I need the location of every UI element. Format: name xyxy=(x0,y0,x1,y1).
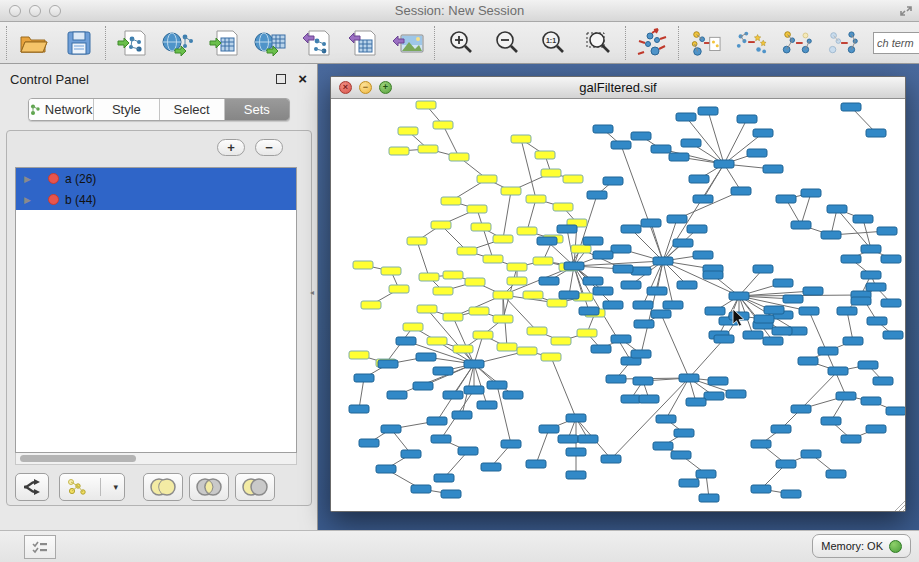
graph-node[interactable] xyxy=(563,175,583,183)
graph-node[interactable] xyxy=(457,247,477,255)
graph-node[interactable] xyxy=(631,350,651,358)
graph-node[interactable] xyxy=(523,291,543,299)
graph-node[interactable] xyxy=(613,265,633,273)
graph-node[interactable] xyxy=(714,160,734,168)
graph-node[interactable] xyxy=(497,343,517,351)
graph-node[interactable] xyxy=(601,455,621,463)
create-set-from-network-button[interactable]: ▾ xyxy=(59,473,125,501)
graph-node[interactable] xyxy=(511,135,531,143)
open-session-button[interactable] xyxy=(17,27,49,59)
graph-node[interactable] xyxy=(781,490,801,498)
graph-edge[interactable] xyxy=(663,261,673,305)
graph-node[interactable] xyxy=(821,231,841,239)
graph-node[interactable] xyxy=(754,315,774,323)
graph-node[interactable] xyxy=(621,225,641,233)
graph-node[interactable] xyxy=(751,485,771,493)
graph-node[interactable] xyxy=(791,221,811,229)
graph-node[interactable] xyxy=(487,381,507,389)
export-table-button[interactable] xyxy=(346,27,378,59)
graph-node[interactable] xyxy=(676,113,696,121)
graph-node[interactable] xyxy=(703,271,723,279)
tab-sets[interactable]: Sets xyxy=(225,99,289,120)
graph-node[interactable] xyxy=(679,374,699,382)
graph-node[interactable] xyxy=(434,474,454,482)
graph-node[interactable] xyxy=(541,169,561,177)
inner-maximize-button[interactable]: + xyxy=(379,81,392,94)
graph-node[interactable] xyxy=(389,285,409,293)
graph-node[interactable] xyxy=(493,291,513,299)
graph-node[interactable] xyxy=(886,407,906,415)
graph-node[interactable] xyxy=(753,129,773,137)
graph-node[interactable] xyxy=(858,361,878,369)
graph-node[interactable] xyxy=(381,267,401,275)
graph-node[interactable] xyxy=(866,283,886,291)
graph-node[interactable] xyxy=(433,121,453,129)
graph-node[interactable] xyxy=(558,435,578,443)
graph-node[interactable] xyxy=(606,375,626,383)
graph-node[interactable] xyxy=(841,103,861,111)
graph-node[interactable] xyxy=(416,353,436,361)
graph-node[interactable] xyxy=(729,292,749,300)
graph-node[interactable] xyxy=(866,129,886,137)
graph-node[interactable] xyxy=(376,465,396,473)
graph-edge[interactable] xyxy=(527,199,536,231)
graph-node[interactable] xyxy=(696,470,716,478)
graph-node[interactable] xyxy=(517,227,537,235)
graph-node[interactable] xyxy=(634,320,654,328)
graph-edge[interactable] xyxy=(801,193,811,225)
graph-node[interactable] xyxy=(566,448,586,456)
graph-node[interactable] xyxy=(353,261,373,269)
graph-node[interactable] xyxy=(578,435,598,443)
graph-edge[interactable] xyxy=(621,145,663,261)
graph-node[interactable] xyxy=(764,306,784,314)
graph-node[interactable] xyxy=(443,313,463,321)
graph-node[interactable] xyxy=(841,435,861,443)
zoom-actual-size-button[interactable]: 1:1 xyxy=(537,27,569,59)
graph-edge[interactable] xyxy=(417,241,429,277)
graph-node[interactable] xyxy=(704,392,724,400)
graph-node[interactable] xyxy=(673,239,693,247)
graph-node[interactable] xyxy=(526,195,546,203)
graph-node[interactable] xyxy=(656,415,676,423)
graph-node[interactable] xyxy=(431,435,451,443)
graph-node[interactable] xyxy=(493,235,513,243)
graph-node[interactable] xyxy=(449,153,469,161)
graph-node[interactable] xyxy=(611,335,631,343)
graph-edge[interactable] xyxy=(536,429,549,464)
graph-node[interactable] xyxy=(801,450,821,458)
graph-node[interactable] xyxy=(566,414,586,422)
expander-icon[interactable]: ▶ xyxy=(24,195,34,205)
inner-close-button[interactable]: × xyxy=(339,81,352,94)
graph-node[interactable] xyxy=(571,245,591,253)
graph-node[interactable] xyxy=(443,391,463,399)
graph-node[interactable] xyxy=(771,425,791,433)
graph-node[interactable] xyxy=(477,175,497,183)
graph-node[interactable] xyxy=(535,151,555,159)
graph-node[interactable] xyxy=(763,165,783,173)
graph-node[interactable] xyxy=(663,301,683,309)
memory-status-button[interactable]: Memory: OK xyxy=(812,534,911,558)
graph-node[interactable] xyxy=(469,307,489,315)
network-graph[interactable] xyxy=(331,99,906,512)
save-session-button[interactable] xyxy=(63,27,95,59)
graph-node[interactable] xyxy=(579,307,599,315)
graph-node[interactable] xyxy=(361,301,381,309)
graph-node[interactable] xyxy=(547,299,567,307)
graph-node[interactable] xyxy=(686,398,706,406)
graph-node[interactable] xyxy=(378,360,398,368)
graph-node[interactable] xyxy=(471,223,491,231)
add-set-button[interactable]: + xyxy=(217,139,245,156)
graph-node[interactable] xyxy=(359,439,379,447)
graph-edge[interactable] xyxy=(503,191,511,239)
graph-node[interactable] xyxy=(433,287,453,295)
network-canvas[interactable] xyxy=(331,99,906,512)
graph-node[interactable] xyxy=(418,145,438,153)
graph-node[interactable] xyxy=(651,310,671,318)
graph-edge[interactable] xyxy=(551,357,576,418)
zoom-in-button[interactable] xyxy=(445,27,477,59)
graph-node[interactable] xyxy=(773,279,793,287)
split-set-button[interactable] xyxy=(15,473,49,501)
graph-node[interactable] xyxy=(751,440,771,448)
graph-node[interactable] xyxy=(633,301,653,309)
graph-edge[interactable] xyxy=(611,378,689,459)
